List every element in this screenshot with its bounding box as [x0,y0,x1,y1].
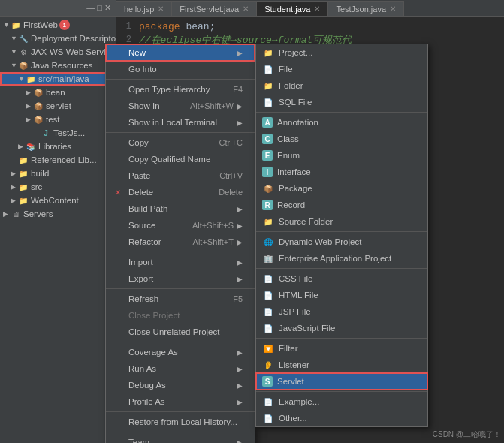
maximize-icon[interactable]: □ [97,3,102,13]
submenu-item-dynamic-web-project[interactable]: 🌐Dynamic Web Project [256,234,427,250]
tree-item-5[interactable]: ▶📦bean [0,86,116,99]
submenu-item-sql-file[interactable]: 📄SQL File [256,94,427,110]
menu-separator [106,132,255,133]
submenu-item-jsp-file[interactable]: 📄JSP File [256,303,427,320]
tab-studentjava[interactable]: Student.java✕ [257,1,328,16]
tree-arrow: ▶ [26,116,33,123]
submenu-item-html-file[interactable]: 📄HTML File [256,287,427,303]
submenu-arrow-icon: ▶ [237,398,243,406]
menu-item-go-into[interactable]: Go Into [106,61,255,77]
tree-item-6[interactable]: ▶📦servlet [0,99,116,113]
menu-item-copy-qualified-name[interactable]: Copy Qualified Name [106,151,255,167]
submenu-item-package[interactable]: 📦Package [256,180,427,197]
submenu-item-css-file[interactable]: 📄CSS File [256,270,427,287]
tree-item-14[interactable]: ▶🖥Servers [0,207,116,221]
submenu-item-project..[interactable]: 📁Project... [256,44,427,61]
menu-item-open-type-hierarchy[interactable]: Open Type HierarchyF4 [106,81,255,98]
tree-item-11[interactable]: ▶📁build [0,167,116,180]
tree-item-4[interactable]: ▼📁src/main/java [0,72,116,86]
submenu-item-icon: C [262,134,273,144]
submenu-item-example..[interactable]: 📄Example... [256,393,427,410]
tree-item-label: Deployment Descriptor: FirstWeb [31,34,116,43]
menu-item-new[interactable]: New▶ [106,44,255,61]
submenu-item-class[interactable]: CClass [256,131,427,147]
submenu-item-label: Project... [279,48,312,57]
submenu-item-label: Annotation [277,118,318,127]
submenu-arrow-icon: ▶ [237,381,243,390]
tree-item-10[interactable]: 📁Referenced Lib... [0,153,116,167]
submenu-separator [256,391,427,392]
submenu-item-label: Enterprise Application Project [279,254,391,263]
menu-item-copy[interactable]: CopyCtrl+C [106,134,255,151]
minimize-icon[interactable]: — [86,3,95,13]
submenu-item-servlet[interactable]: SServlet [256,373,427,390]
tab-bar: hello.jsp✕FirstServlet.java✕Student.java… [116,0,504,17]
tree-item-8[interactable]: JTestJs... [0,126,116,140]
line-number: 1 [116,21,139,32]
submenu-item-icon: 📄 [262,289,274,301]
menu-item-paste[interactable]: PasteCtrl+V [106,167,255,184]
tab-close-icon[interactable]: ✕ [158,5,164,13]
tab-close-icon[interactable]: ✕ [243,5,249,13]
menu-item-build-path[interactable]: Build Path▶ [106,200,255,217]
submenu-item-other..[interactable]: 📄Other... [256,410,427,426]
submenu-item-icon: 📁 [262,80,274,92]
tree-item-icon: 📁 [18,182,29,192]
submenu-item-filter[interactable]: 🔽Filter [256,340,427,357]
menu-item-label: Team [128,438,149,443]
menu-item-label: Restore from Local History... [128,417,237,426]
menu-separator [106,252,255,252]
menu-item-coverage-as[interactable]: Coverage As▶ [106,344,255,360]
menu-item-source[interactable]: SourceAlt+Shift+S▶ [106,217,255,234]
tree-item-12[interactable]: ▶📁src [0,180,116,194]
submenu-separator [256,231,427,232]
badge-1: 1 [59,20,70,30]
menu-item-close-unrelated-project[interactable]: Close Unrelated Project [106,324,255,340]
submenu-item-source-folder[interactable]: 📁Source Folder [256,213,427,230]
tree-item-13[interactable]: ▶📁WebContent [0,194,116,207]
tree-item-9[interactable]: ▶📚Libraries [0,140,116,153]
submenu-item-folder[interactable]: 📁Folder [256,77,427,94]
tree-item-0[interactable]: ▼📁FirstWeb1 [0,18,116,32]
submenu-item-file[interactable]: 📄File [256,61,427,77]
submenu-item-record[interactable]: RRecord [256,197,427,213]
tab-hellojsp[interactable]: hello.jsp✕ [116,1,172,16]
tab-firstservletjava[interactable]: FirstServlet.java✕ [172,1,257,16]
menu-item-restore-from-local-history...[interactable]: Restore from Local History... [106,414,255,430]
tree-item-3[interactable]: ▼📦Java Resources [0,59,116,72]
menu-item-refresh[interactable]: RefreshF5 [106,291,255,307]
tree-arrow: ▼ [11,48,18,56]
submenu-item-enum[interactable]: EEnum [256,147,427,164]
tab-close-icon[interactable]: ✕ [314,5,320,13]
submenu-item-javascript-file[interactable]: 📄JavaScript File [256,320,427,336]
menu-shortcut: Alt+Shift+S [192,221,234,230]
submenu-item-annotation[interactable]: AAnnotation [256,114,427,131]
close-panel-icon[interactable]: ✕ [104,3,111,13]
menu-item-profile-as[interactable]: Profile As▶ [106,393,255,410]
tab-label: hello.jsp [124,5,154,14]
menu-item-debug-as[interactable]: Debug As▶ [106,377,255,393]
menu-item-import[interactable]: Import▶ [106,254,255,270]
menu-item-run-as[interactable]: Run As▶ [106,360,255,377]
submenu-item-interface[interactable]: IInterface [256,164,427,180]
tree-item-label: test [46,115,60,124]
tree-item-7[interactable]: ▶📦test [0,113,116,126]
menu-item-refactor[interactable]: RefactorAlt+Shift+T▶ [106,234,255,250]
menu-item-close-project[interactable]: Close Project [106,307,255,324]
menu-item-show-in[interactable]: Show InAlt+Shift+W▶ [106,98,255,114]
menu-item-show-in-local-terminal[interactable]: Show in Local Terminal▶ [106,114,255,131]
tab-label: TestJson.java [336,5,386,14]
submenu-arrow-icon: ▶ [237,102,243,110]
tree-item-label: JAX-WS Web Services [31,47,116,56]
menu-item-export[interactable]: Export▶ [106,270,255,287]
submenu-item-listener[interactable]: 👂Listener [256,357,427,373]
tree-arrow: ▶ [26,89,33,96]
tab-testjsonjava[interactable]: TestJson.java✕ [328,1,404,16]
tree-item-1[interactable]: ▼🔧Deployment Descriptor: FirstWeb [0,32,116,45]
menu-item-label: Refactor [128,237,161,246]
tree-item-2[interactable]: ▼⚙JAX-WS Web Services [0,45,116,59]
tab-close-icon[interactable]: ✕ [390,5,396,13]
menu-item-delete[interactable]: ✕DeleteDelete [106,184,255,200]
submenu-item-enterprise-application-project[interactable]: 🏢Enterprise Application Project [256,250,427,267]
menu-item-team[interactable]: Team▶ [106,434,255,443]
